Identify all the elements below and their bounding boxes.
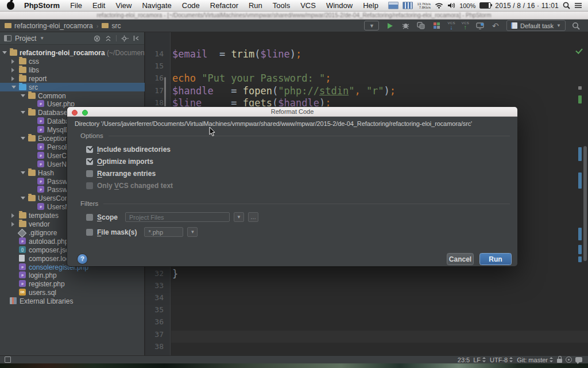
- chevron-right-icon[interactable]: [11, 68, 14, 72]
- project-panel-title[interactable]: Project: [15, 34, 36, 43]
- code-line-15[interactable]: 15: [145, 60, 588, 72]
- chevron-right-icon[interactable]: [11, 222, 14, 227]
- code-line-16[interactable]: 16echo "Put your Password: ";: [145, 72, 588, 85]
- locate-file-icon[interactable]: [94, 35, 100, 42]
- chevron-down-icon[interactable]: [11, 86, 16, 89]
- chevron-down-icon[interactable]: [21, 111, 25, 114]
- scope-checkbox[interactable]: [86, 214, 93, 221]
- menu-run[interactable]: Run: [249, 1, 262, 10]
- option-optimize-imports[interactable]: Optimize imports: [86, 157, 153, 166]
- checkbox-optimize-imports[interactable]: [86, 158, 93, 165]
- menu-help[interactable]: Help: [363, 1, 378, 10]
- dialog-titlebar[interactable]: Reformat Code: [67, 107, 517, 117]
- readonly-lock-icon[interactable]: [557, 359, 562, 363]
- chevron-right-icon[interactable]: [11, 59, 14, 64]
- code-line-14[interactable]: 14$email = trim($line);: [145, 48, 588, 60]
- vcs-changes-button[interactable]: [475, 21, 485, 30]
- gear-icon[interactable]: [121, 35, 129, 42]
- stripe-mark[interactable]: [578, 95, 582, 103]
- tree-item-register-php[interactable]: register.php: [0, 279, 145, 288]
- battery-icon[interactable]: [479, 2, 491, 9]
- code-line-37[interactable]: 37: [145, 329, 588, 341]
- tree-item-libs[interactable]: libs: [0, 66, 145, 74]
- chevron-down-icon[interactable]: [21, 171, 25, 174]
- menu-navigate[interactable]: Navigate: [142, 1, 171, 10]
- file-mask-checkbox[interactable]: [86, 229, 93, 236]
- tree-item-users-sql[interactable]: users.sql: [0, 288, 145, 297]
- stripe-mark[interactable]: [578, 228, 582, 240]
- code-line-36[interactable]: 36: [145, 316, 588, 328]
- vcs-update-button[interactable]: VCS↓: [447, 21, 455, 30]
- line-separator-selector[interactable]: LF: [473, 356, 486, 363]
- menu-window[interactable]: Window: [326, 1, 353, 10]
- cpu-meter-icon[interactable]: [388, 2, 399, 9]
- tree-item-common[interactable]: Common: [0, 91, 145, 100]
- tree-item-external-libraries[interactable]: External Libraries: [0, 297, 145, 305]
- vcs-commit-button[interactable]: VCS↑: [462, 21, 469, 30]
- tree-item-report[interactable]: report: [0, 74, 145, 83]
- stripe-mark[interactable]: [578, 256, 582, 262]
- toolwindow-toggle-icon[interactable]: [5, 356, 11, 363]
- option-rearrange-entries[interactable]: Rearrange entries: [86, 169, 156, 178]
- git-branch-selector[interactable]: Git: master: [517, 356, 554, 363]
- menu-edit[interactable]: Edit: [92, 1, 105, 10]
- run-config-dropdown[interactable]: ▼: [364, 21, 379, 30]
- menubar-clock[interactable]: 2015 / 8 / 16 · 11:01: [495, 2, 559, 10]
- help-button[interactable]: ?: [78, 254, 87, 264]
- tree-item-refactoring-eloi-rocamora[interactable]: refactoring-eloi_rocamora (~/Documents/V…: [0, 48, 145, 57]
- hide-panel-icon[interactable]: [133, 35, 140, 41]
- chevron-down-icon[interactable]: ▼: [40, 36, 44, 41]
- coverage-button[interactable]: [416, 21, 425, 30]
- network-speed-indicator[interactable]: 13.7Kb/s 7.8Kb/s: [417, 2, 431, 9]
- event-log-bubble-icon[interactable]: [575, 357, 582, 362]
- apple-menu-icon[interactable]: [7, 2, 14, 10]
- notification-center-icon[interactable]: [574, 2, 582, 9]
- encoding-selector[interactable]: UTF-8: [490, 356, 513, 363]
- menu-phpstorm[interactable]: PhpStorm: [24, 1, 60, 10]
- chevron-down-icon[interactable]: [21, 197, 25, 200]
- debug-button[interactable]: [401, 21, 410, 30]
- code-line-33[interactable]: 33: [145, 280, 588, 292]
- run-button-dialog[interactable]: Run: [479, 253, 512, 265]
- checkbox-include-subdirectories[interactable]: [86, 146, 93, 153]
- chevron-down-icon[interactable]: [21, 137, 25, 140]
- scope-dropdown-button[interactable]: ▼: [234, 212, 244, 222]
- checkbox-rearrange-entries[interactable]: [86, 170, 93, 177]
- window-titlebar[interactable]: refactoring-eloi_rocamora - [~/Documents…: [0, 12, 588, 20]
- volume-icon[interactable]: [447, 2, 455, 9]
- checkbox-only-vcs-changed-text[interactable]: [86, 182, 93, 189]
- stripe-mark[interactable]: [578, 147, 582, 161]
- code-line-32[interactable]: 32}: [145, 268, 588, 280]
- breadcrumb-src[interactable]: src: [102, 22, 121, 30]
- cancel-button[interactable]: Cancel: [447, 253, 474, 265]
- run-button[interactable]: [385, 21, 394, 30]
- option-only-vcs-changed-text[interactable]: Only VCS changed text: [86, 181, 173, 190]
- menu-refactor[interactable]: Refactor: [210, 1, 238, 10]
- profiler-button[interactable]: [432, 21, 441, 30]
- chevron-right-icon[interactable]: [11, 76, 14, 81]
- file-mask-combobox[interactable]: *.php: [144, 227, 183, 237]
- menu-file[interactable]: File: [70, 1, 82, 10]
- menu-vcs[interactable]: VCS: [300, 1, 316, 10]
- code-line-38[interactable]: 38: [145, 341, 588, 353]
- scope-combobox[interactable]: Project Files: [125, 212, 230, 222]
- hector-inspector-icon[interactable]: [566, 356, 572, 363]
- tree-item-css[interactable]: css: [0, 57, 145, 66]
- editor-scrollbar[interactable]: [583, 146, 587, 261]
- code-line-35[interactable]: 35: [145, 304, 588, 316]
- memory-meter-icon[interactable]: [403, 2, 413, 9]
- chevron-down-icon[interactable]: [21, 94, 25, 97]
- option-include-subdirectories[interactable]: Include subdirectories: [86, 145, 171, 154]
- spotlight-search-icon[interactable]: [563, 2, 570, 9]
- caret-position[interactable]: 23:5: [458, 356, 470, 363]
- file-mask-dropdown-button[interactable]: ▼: [187, 227, 198, 237]
- stripe-mark[interactable]: [578, 172, 582, 189]
- collapse-all-icon[interactable]: [105, 35, 111, 42]
- task-selector-button[interactable]: Default task ▼: [506, 20, 566, 31]
- tree-item-login-php[interactable]: login.php: [0, 271, 145, 279]
- tree-item-src[interactable]: src: [0, 83, 145, 91]
- code-line-34[interactable]: 34: [145, 292, 588, 304]
- menu-tools[interactable]: Tools: [273, 1, 290, 10]
- wifi-icon[interactable]: [435, 2, 443, 9]
- stripe-mark[interactable]: [578, 245, 582, 254]
